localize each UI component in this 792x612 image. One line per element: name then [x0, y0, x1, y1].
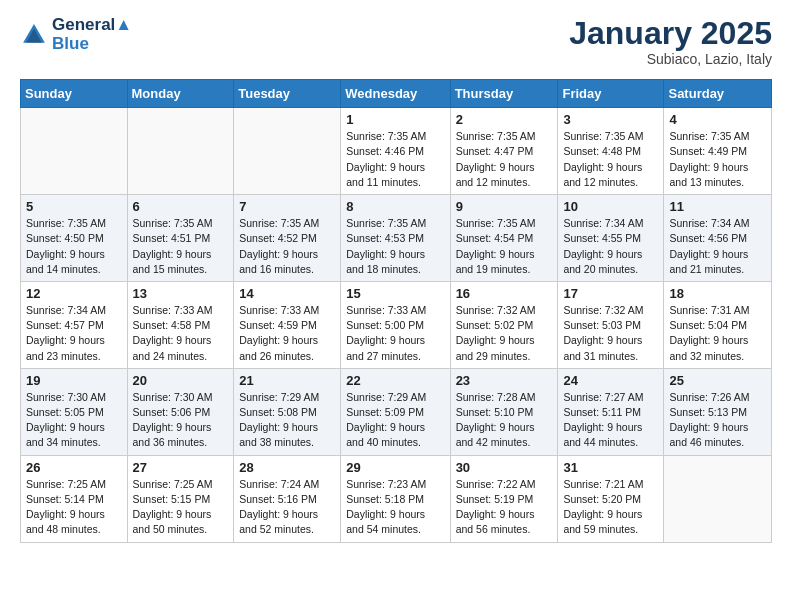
day-number: 4 — [669, 112, 766, 127]
day-info: Sunrise: 7:24 AMSunset: 5:16 PMDaylight:… — [239, 477, 335, 538]
title-area: January 2025 Subiaco, Lazio, Italy — [569, 16, 772, 67]
calendar-cell — [664, 455, 772, 542]
day-number: 11 — [669, 199, 766, 214]
calendar-cell: 3Sunrise: 7:35 AMSunset: 4:48 PMDaylight… — [558, 108, 664, 195]
calendar-header-row: Sunday Monday Tuesday Wednesday Thursday… — [21, 80, 772, 108]
calendar-cell: 11Sunrise: 7:34 AMSunset: 4:56 PMDayligh… — [664, 195, 772, 282]
page: General▲ Blue January 2025 Subiaco, Lazi… — [0, 0, 792, 559]
day-number: 30 — [456, 460, 553, 475]
day-number: 21 — [239, 373, 335, 388]
day-info: Sunrise: 7:35 AMSunset: 4:49 PMDaylight:… — [669, 129, 766, 190]
calendar-cell: 6Sunrise: 7:35 AMSunset: 4:51 PMDaylight… — [127, 195, 234, 282]
calendar-cell: 7Sunrise: 7:35 AMSunset: 4:52 PMDaylight… — [234, 195, 341, 282]
calendar-cell: 31Sunrise: 7:21 AMSunset: 5:20 PMDayligh… — [558, 455, 664, 542]
calendar: Sunday Monday Tuesday Wednesday Thursday… — [20, 79, 772, 542]
day-number: 26 — [26, 460, 122, 475]
day-number: 17 — [563, 286, 658, 301]
day-info: Sunrise: 7:35 AMSunset: 4:52 PMDaylight:… — [239, 216, 335, 277]
calendar-cell: 20Sunrise: 7:30 AMSunset: 5:06 PMDayligh… — [127, 368, 234, 455]
day-info: Sunrise: 7:30 AMSunset: 5:05 PMDaylight:… — [26, 390, 122, 451]
day-info: Sunrise: 7:33 AMSunset: 5:00 PMDaylight:… — [346, 303, 444, 364]
day-info: Sunrise: 7:35 AMSunset: 4:53 PMDaylight:… — [346, 216, 444, 277]
day-number: 15 — [346, 286, 444, 301]
day-info: Sunrise: 7:26 AMSunset: 5:13 PMDaylight:… — [669, 390, 766, 451]
day-info: Sunrise: 7:35 AMSunset: 4:47 PMDaylight:… — [456, 129, 553, 190]
calendar-cell — [234, 108, 341, 195]
calendar-week-5: 26Sunrise: 7:25 AMSunset: 5:14 PMDayligh… — [21, 455, 772, 542]
day-info: Sunrise: 7:34 AMSunset: 4:55 PMDaylight:… — [563, 216, 658, 277]
day-info: Sunrise: 7:29 AMSunset: 5:08 PMDaylight:… — [239, 390, 335, 451]
day-info: Sunrise: 7:22 AMSunset: 5:19 PMDaylight:… — [456, 477, 553, 538]
calendar-cell: 24Sunrise: 7:27 AMSunset: 5:11 PMDayligh… — [558, 368, 664, 455]
header-friday: Friday — [558, 80, 664, 108]
day-info: Sunrise: 7:28 AMSunset: 5:10 PMDaylight:… — [456, 390, 553, 451]
day-number: 27 — [133, 460, 229, 475]
day-info: Sunrise: 7:34 AMSunset: 4:56 PMDaylight:… — [669, 216, 766, 277]
day-number: 31 — [563, 460, 658, 475]
calendar-week-1: 1Sunrise: 7:35 AMSunset: 4:46 PMDaylight… — [21, 108, 772, 195]
calendar-cell: 13Sunrise: 7:33 AMSunset: 4:58 PMDayligh… — [127, 281, 234, 368]
day-number: 7 — [239, 199, 335, 214]
calendar-week-3: 12Sunrise: 7:34 AMSunset: 4:57 PMDayligh… — [21, 281, 772, 368]
day-number: 28 — [239, 460, 335, 475]
header-tuesday: Tuesday — [234, 80, 341, 108]
day-number: 25 — [669, 373, 766, 388]
day-info: Sunrise: 7:21 AMSunset: 5:20 PMDaylight:… — [563, 477, 658, 538]
day-number: 5 — [26, 199, 122, 214]
day-info: Sunrise: 7:32 AMSunset: 5:03 PMDaylight:… — [563, 303, 658, 364]
calendar-cell: 14Sunrise: 7:33 AMSunset: 4:59 PMDayligh… — [234, 281, 341, 368]
day-number: 8 — [346, 199, 444, 214]
day-info: Sunrise: 7:25 AMSunset: 5:14 PMDaylight:… — [26, 477, 122, 538]
header-sunday: Sunday — [21, 80, 128, 108]
day-info: Sunrise: 7:30 AMSunset: 5:06 PMDaylight:… — [133, 390, 229, 451]
calendar-cell: 5Sunrise: 7:35 AMSunset: 4:50 PMDaylight… — [21, 195, 128, 282]
day-number: 19 — [26, 373, 122, 388]
calendar-cell — [127, 108, 234, 195]
day-info: Sunrise: 7:34 AMSunset: 4:57 PMDaylight:… — [26, 303, 122, 364]
day-info: Sunrise: 7:27 AMSunset: 5:11 PMDaylight:… — [563, 390, 658, 451]
day-info: Sunrise: 7:35 AMSunset: 4:51 PMDaylight:… — [133, 216, 229, 277]
calendar-cell: 27Sunrise: 7:25 AMSunset: 5:15 PMDayligh… — [127, 455, 234, 542]
calendar-week-2: 5Sunrise: 7:35 AMSunset: 4:50 PMDaylight… — [21, 195, 772, 282]
calendar-cell: 9Sunrise: 7:35 AMSunset: 4:54 PMDaylight… — [450, 195, 558, 282]
calendar-cell: 18Sunrise: 7:31 AMSunset: 5:04 PMDayligh… — [664, 281, 772, 368]
calendar-cell: 10Sunrise: 7:34 AMSunset: 4:55 PMDayligh… — [558, 195, 664, 282]
calendar-week-4: 19Sunrise: 7:30 AMSunset: 5:05 PMDayligh… — [21, 368, 772, 455]
calendar-cell: 12Sunrise: 7:34 AMSunset: 4:57 PMDayligh… — [21, 281, 128, 368]
header-thursday: Thursday — [450, 80, 558, 108]
day-number: 16 — [456, 286, 553, 301]
day-info: Sunrise: 7:35 AMSunset: 4:48 PMDaylight:… — [563, 129, 658, 190]
calendar-cell: 17Sunrise: 7:32 AMSunset: 5:03 PMDayligh… — [558, 281, 664, 368]
day-number: 13 — [133, 286, 229, 301]
header-monday: Monday — [127, 80, 234, 108]
calendar-cell: 30Sunrise: 7:22 AMSunset: 5:19 PMDayligh… — [450, 455, 558, 542]
logo-icon — [20, 21, 48, 49]
calendar-cell: 16Sunrise: 7:32 AMSunset: 5:02 PMDayligh… — [450, 281, 558, 368]
header-saturday: Saturday — [664, 80, 772, 108]
calendar-cell: 28Sunrise: 7:24 AMSunset: 5:16 PMDayligh… — [234, 455, 341, 542]
day-number: 6 — [133, 199, 229, 214]
header-wednesday: Wednesday — [341, 80, 450, 108]
day-number: 22 — [346, 373, 444, 388]
calendar-cell: 29Sunrise: 7:23 AMSunset: 5:18 PMDayligh… — [341, 455, 450, 542]
day-number: 29 — [346, 460, 444, 475]
day-info: Sunrise: 7:23 AMSunset: 5:18 PMDaylight:… — [346, 477, 444, 538]
day-number: 2 — [456, 112, 553, 127]
calendar-cell: 2Sunrise: 7:35 AMSunset: 4:47 PMDaylight… — [450, 108, 558, 195]
day-number: 10 — [563, 199, 658, 214]
header: General▲ Blue January 2025 Subiaco, Lazi… — [20, 16, 772, 67]
day-number: 12 — [26, 286, 122, 301]
day-number: 1 — [346, 112, 444, 127]
calendar-cell: 23Sunrise: 7:28 AMSunset: 5:10 PMDayligh… — [450, 368, 558, 455]
day-info: Sunrise: 7:35 AMSunset: 4:50 PMDaylight:… — [26, 216, 122, 277]
day-info: Sunrise: 7:25 AMSunset: 5:15 PMDaylight:… — [133, 477, 229, 538]
day-info: Sunrise: 7:32 AMSunset: 5:02 PMDaylight:… — [456, 303, 553, 364]
day-info: Sunrise: 7:31 AMSunset: 5:04 PMDaylight:… — [669, 303, 766, 364]
day-info: Sunrise: 7:33 AMSunset: 4:59 PMDaylight:… — [239, 303, 335, 364]
day-number: 24 — [563, 373, 658, 388]
day-number: 18 — [669, 286, 766, 301]
calendar-cell: 21Sunrise: 7:29 AMSunset: 5:08 PMDayligh… — [234, 368, 341, 455]
day-number: 20 — [133, 373, 229, 388]
calendar-cell: 19Sunrise: 7:30 AMSunset: 5:05 PMDayligh… — [21, 368, 128, 455]
calendar-cell: 8Sunrise: 7:35 AMSunset: 4:53 PMDaylight… — [341, 195, 450, 282]
